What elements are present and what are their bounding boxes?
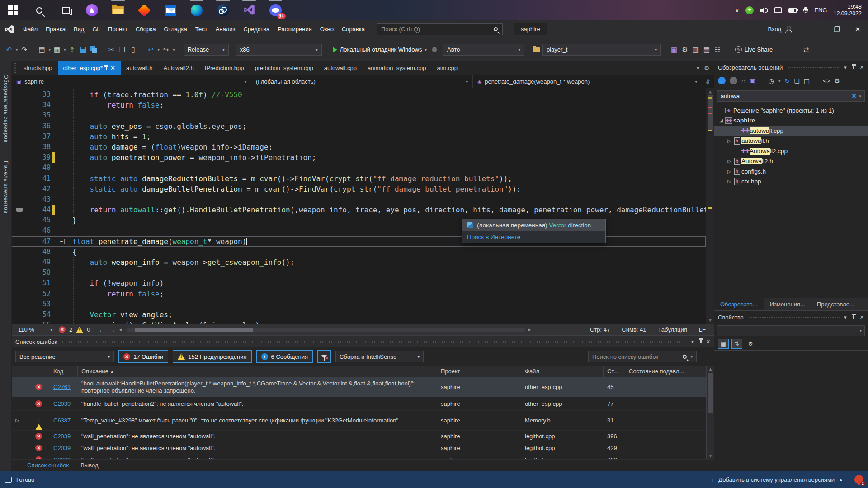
alphabetical-icon[interactable]: ⇅ — [731, 339, 742, 349]
tab-close-icon[interactable]: ✕ — [110, 65, 115, 71]
nav-back-arrow-icon[interactable]: ← — [98, 326, 105, 333]
code-line-44[interactable]: 44 return autowall::get().HandleBulletPe… — [12, 205, 706, 215]
notifications-bell-icon[interactable]: 2 — [854, 475, 863, 484]
panel-tab-Представле[interactable]: Представле... — [811, 298, 860, 310]
cut-icon[interactable]: ✂ — [107, 45, 116, 55]
error-row[interactable]: ✕C2039"handle_bullet_penetration2": не я… — [12, 397, 714, 411]
indent-mode[interactable]: Табуляция — [658, 326, 687, 333]
horizontal-scrollbar-thumb[interactable] — [135, 328, 253, 332]
eol-mode[interactable]: LF — [699, 326, 706, 333]
error-code-link[interactable]: C2761 — [50, 383, 78, 391]
nav-forward-arrow-icon[interactable]: → — [108, 326, 115, 333]
copy-icon[interactable]: ❏ — [118, 45, 127, 55]
menu-item-проект[interactable]: Проект — [104, 23, 132, 35]
error-code-link[interactable]: C2039 — [50, 432, 78, 441]
source-combobox[interactable]: Сборка и IntelliSense▾ — [335, 351, 424, 362]
solution-explorer-titlebar[interactable]: Обозреватель решений ▾ ✕ — [714, 61, 868, 74]
error-list-titlebar[interactable]: Список ошибок ▾ ✕ — [12, 336, 714, 347]
menu-item-средства[interactable]: Средства — [240, 23, 274, 35]
tree-item-Autowall2-cpp[interactable]: ✚✚Autowall2.cpp — [714, 146, 868, 156]
start-debug-button[interactable]: Локальный отладчик Windows▾ — [329, 44, 430, 56]
panel-menu-icon[interactable]: ▾ — [691, 339, 694, 345]
code-line-50[interactable]: 50 — [12, 267, 706, 278]
tree-item-saphire[interactable]: ◢✚✚saphire — [714, 116, 868, 126]
menu-item-правка[interactable]: Правка — [42, 23, 70, 35]
error-row[interactable]: ✕C2761"bool autowall::HandleBulletPenetr… — [12, 377, 714, 397]
clock[interactable]: 19:48 12.09.2022 — [833, 4, 862, 17]
hot-reload-icon[interactable] — [432, 47, 437, 52]
refresh-icon[interactable]: ↻ — [784, 77, 790, 84]
show-all-files-icon[interactable]: ▤ — [804, 77, 810, 84]
error-row[interactable]: ✕C2039"wall_penetration": не является чл… — [12, 442, 714, 454]
properties-titlebar[interactable]: Свойства ▾ ✕ — [714, 311, 868, 324]
save-all-icon[interactable] — [90, 45, 99, 55]
column-header-project[interactable]: Проект — [437, 366, 521, 377]
errors-filter-button[interactable]: ✕ 17 Ошибки — [118, 350, 168, 363]
code-line-53[interactable]: 53 — [12, 299, 706, 310]
panel-drag-handle[interactable] — [61, 341, 682, 343]
tab-prediction-system-cpp[interactable]: prediction_system.cpp — [249, 61, 318, 75]
wrench-icon[interactable]: ⚙ — [680, 45, 689, 55]
breadcrumb-member[interactable]: ◈ penetrate_damage(weapon_t * weapon)▾ — [473, 75, 702, 88]
bottom-tab-Вывод[interactable]: Вывод — [80, 462, 98, 469]
tray-expand-icon[interactable]: ∨ — [735, 7, 740, 14]
platform-combobox[interactable]: x86▾ — [236, 44, 322, 56]
edge-taskbar-icon[interactable] — [184, 0, 210, 20]
discord-taskbar-icon[interactable]: 9+ — [262, 0, 288, 20]
undo-icon[interactable]: ↩ — [146, 45, 156, 55]
filter-button[interactable]: ✕ — [317, 350, 331, 363]
error-code-link[interactable]: C2039 — [50, 444, 78, 452]
panel-menu-icon[interactable]: ▾ — [844, 314, 847, 320]
live-share-button[interactable]: ✎ Live Share — [735, 46, 773, 53]
collapse-all-icon[interactable]: ❏ — [794, 77, 800, 84]
error-list-scrollbar[interactable]: ▲ ▼ — [706, 366, 714, 459]
code-line-49[interactable]: 49 auto weapon_info = weapon->get_csweap… — [12, 257, 706, 267]
source-control-menu-icon[interactable]: ▲ — [839, 477, 843, 482]
menu-item-вид[interactable]: Вид — [70, 23, 89, 35]
code-line-51[interactable]: 51 if (!weapon_info) — [12, 278, 706, 288]
panel-close-icon[interactable]: ✕ — [860, 65, 864, 70]
code-line-54[interactable]: 54 Vector view_angles; — [12, 310, 706, 320]
row-expander-icon[interactable]: ▷ — [12, 417, 32, 424]
tab-drag-handle[interactable] — [12, 61, 18, 75]
language-indicator[interactable]: ENG — [814, 7, 827, 14]
tab-pin-icon[interactable] — [106, 67, 107, 70]
editor-vertical-scrollbar[interactable]: ▲ ▼ — [706, 88, 714, 324]
hscroll-right-icon[interactable]: ▸ — [528, 327, 531, 333]
code-line-42[interactable]: 42 static auto damageBulletPenetration =… — [12, 184, 706, 194]
navbar-toggle-icon[interactable]: ⇵ — [702, 75, 714, 88]
tree-item-Autowall2-h[interactable]: ▷hAutowall2.h — [714, 156, 868, 167]
tree-expander-icon[interactable]: ▷ — [726, 179, 732, 184]
error-code-link[interactable]: C6387 — [50, 416, 78, 425]
quick-search[interactable]: Поиск (Ctrl+Q) — [377, 23, 503, 35]
code-line-40[interactable]: 40 — [12, 163, 706, 173]
scope-combobox[interactable]: Все решение▾ — [15, 351, 114, 362]
breadcrumb-scope[interactable]: (Глобальная область)▾ — [251, 75, 473, 88]
add-item-icon[interactable]: ▦ — [52, 45, 61, 55]
code-line-36[interactable]: 36 auto eye_pos = csgo.globals.eye_pos; — [12, 121, 706, 131]
feedback-icon[interactable]: ⇄ — [802, 45, 811, 55]
grid-icon[interactable]: ▦ — [702, 45, 711, 55]
panel-pin-icon[interactable] — [700, 340, 702, 343]
column-header-suppression[interactable]: Состояние подавл... — [625, 366, 701, 377]
view-code-icon[interactable]: <> — [823, 77, 830, 84]
collapse-icon[interactable]: − — [59, 239, 65, 244]
save-icon[interactable] — [79, 45, 88, 55]
microphone-icon[interactable] — [803, 7, 808, 14]
panel-tab-Обозревате[interactable]: Обозревате... — [714, 298, 764, 310]
auto-combobox[interactable]: Авто▾ — [443, 44, 524, 56]
tree-expander-icon[interactable]: ◢ — [718, 118, 724, 123]
code-line-52[interactable]: 52 return false; — [12, 289, 706, 299]
task-view-taskbar-icon[interactable] — [52, 0, 79, 20]
panel-pin-icon[interactable] — [853, 66, 854, 69]
menu-item-git[interactable]: Git — [88, 23, 104, 35]
tab-autowall-h[interactable]: autowall.h — [121, 61, 158, 75]
column-header-description[interactable]: Описание ▲ — [78, 366, 437, 377]
redo-icon[interactable]: ↪ — [161, 45, 170, 55]
property-pages-icon[interactable]: ⚙ — [745, 339, 756, 349]
menu-item-анализ[interactable]: Анализ — [212, 23, 240, 35]
code-editor[interactable]: 33 if (trace.fraction == 1.0f) //-V55034… — [12, 88, 714, 324]
tree-expander-icon[interactable]: ▷ — [726, 169, 732, 174]
error-row[interactable]: ▷C6387"Temp_value_#3298" может быть раве… — [12, 411, 714, 431]
navigate-back-icon[interactable]: ↶ — [5, 45, 14, 55]
